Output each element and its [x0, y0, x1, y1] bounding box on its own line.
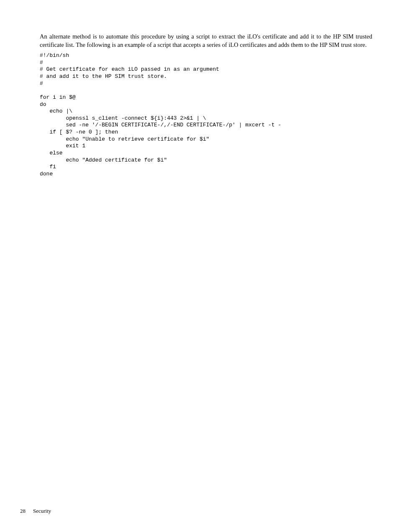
code-line: # — [40, 80, 43, 87]
code-line: done — [40, 171, 53, 177]
code-line: exit 1 — [40, 143, 85, 149]
code-line: fi — [40, 164, 56, 170]
code-line: sed -ne '/-BEGIN CERTIFICATE-/,/-END CER… — [40, 122, 281, 128]
footer-section-label: Security — [33, 508, 51, 514]
code-line: # — [40, 59, 43, 66]
code-line: #!/bin/sh — [40, 52, 69, 59]
code-line: else — [40, 150, 63, 156]
code-line: # Get certificate for each iLO passed in… — [40, 66, 219, 72]
code-line: openssl s_client -connect ${i}:443 2>&1 … — [40, 115, 206, 121]
page-number: 28 — [20, 508, 26, 514]
code-line: echo "Added certificate for $i" — [40, 157, 167, 163]
intro-paragraph: An alternate method is to automate this … — [40, 33, 372, 49]
page-content: An alternate method is to automate this … — [0, 0, 399, 177]
code-line: for i in $@ — [40, 94, 76, 100]
code-line: if [ $? -ne 0 ]; then — [40, 129, 118, 135]
code-line: echo |\ — [40, 108, 72, 114]
code-line: do — [40, 101, 46, 108]
page-footer: 28Security — [20, 508, 51, 514]
code-line: # and add it to the HP SIM trust store. — [40, 73, 167, 80]
code-block: #!/bin/sh # # Get certificate for each i… — [40, 52, 372, 177]
code-line: echo "Unable to retrieve certificate for… — [40, 136, 210, 142]
